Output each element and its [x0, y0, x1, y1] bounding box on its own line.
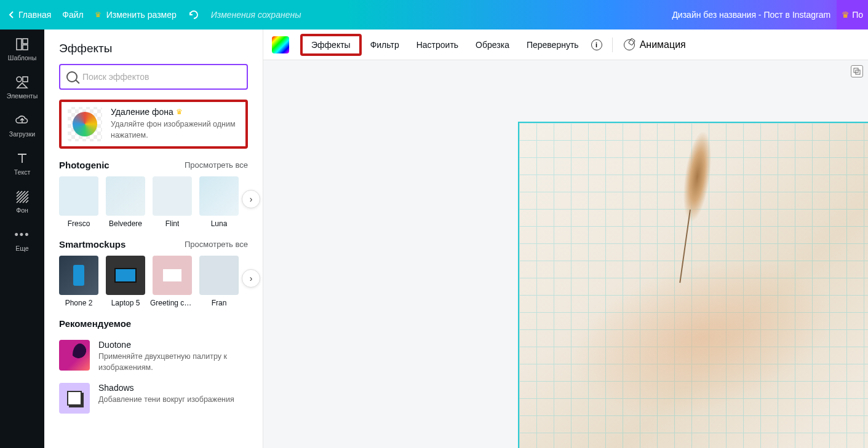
undo-icon: [188, 10, 200, 20]
effect-label: Fresco: [68, 219, 90, 228]
tb-adjust[interactable]: Настроить: [408, 35, 467, 55]
crown-icon: ♛: [842, 10, 850, 20]
smartmockups-title: Smartmockups: [59, 239, 125, 250]
tb-filter[interactable]: Фильтр: [362, 35, 408, 55]
mockup-frame[interactable]: Fran: [199, 256, 239, 307]
bg-remover-thumb: [68, 107, 102, 141]
file-label: Файл: [62, 10, 83, 20]
rail-templates-label: Шаблоны: [8, 54, 36, 61]
search-icon: [66, 71, 78, 82]
svg-point-3: [17, 77, 22, 82]
animation-label: Анимация: [640, 39, 686, 50]
recommended-title: Рекомендуемое: [59, 318, 131, 329]
effect-luna[interactable]: Luna: [199, 176, 239, 228]
tb-flip[interactable]: Перевернуть: [518, 35, 587, 55]
rail-elements[interactable]: Элементы: [0, 68, 44, 106]
duotone-name: Duotone: [98, 340, 248, 350]
side-rail: Шаблоны Элементы Загрузки Текст Фон ••• …: [0, 29, 44, 448]
pro-button[interactable]: ♛ По: [837, 0, 868, 29]
shadows-thumb: [59, 383, 90, 414]
smartmockups-view-all[interactable]: Просмотреть все: [185, 240, 248, 249]
svg-rect-0: [17, 39, 22, 50]
rail-text-label: Текст: [14, 168, 30, 176]
rail-text[interactable]: Текст: [0, 144, 44, 182]
color-picker-button[interactable]: [272, 36, 289, 53]
rail-background[interactable]: Фон: [0, 182, 44, 220]
tb-effects[interactable]: Эффекты: [300, 34, 362, 56]
bg-remover-desc: Удаляйте фон изображений одним нажатием.: [111, 119, 239, 141]
rail-uploads-label: Загрузки: [9, 130, 35, 138]
rail-more[interactable]: ••• Еще: [0, 220, 44, 258]
shadows-desc: Добавление тени вокруг изображения: [98, 395, 234, 406]
crown-icon: ♛: [95, 10, 102, 19]
elements-icon: [15, 75, 30, 90]
effect-flint[interactable]: Flint: [153, 176, 192, 228]
info-icon[interactable]: i: [591, 39, 602, 50]
canvas-area[interactable]: [263, 60, 868, 448]
dots-icon: •••: [15, 227, 30, 242]
tb-animation[interactable]: Анимация: [619, 34, 691, 55]
undo-button[interactable]: [188, 10, 200, 20]
duotone-thumb: [59, 340, 90, 371]
recommended-duotone[interactable]: Duotone Применяйте двухцветную палитру к…: [59, 335, 248, 378]
mockup-laptop5[interactable]: Laptop 5: [106, 256, 145, 307]
effect-label: Luna: [211, 219, 228, 228]
search-input-wrapper[interactable]: [59, 64, 248, 90]
chevron-right-icon: ›: [250, 194, 253, 204]
background-icon: [15, 189, 30, 204]
carousel-next-button[interactable]: ›: [242, 269, 260, 288]
rail-more-label: Еще: [15, 245, 28, 252]
design-canvas[interactable]: [518, 122, 868, 448]
toolbar-divider: [612, 37, 613, 52]
rail-templates[interactable]: Шаблоны: [0, 29, 44, 68]
photogenic-carousel: Fresco Belvedere Flint Luna ›: [59, 176, 248, 228]
cloud-upload-icon: [15, 113, 30, 128]
effect-label: Flint: [165, 219, 180, 228]
smartmockups-carousel: Phone 2 Laptop 5 Greeting car... Fran ›: [59, 256, 248, 307]
carousel-next-button[interactable]: ›: [242, 190, 260, 208]
photogenic-view-all[interactable]: Просмотреть все: [185, 160, 248, 170]
save-status: Изменения сохранены: [211, 10, 301, 20]
topbar-left: Главная Файл ♛ Изменить размер Изменения…: [0, 10, 301, 20]
chevron-right-icon: ›: [250, 273, 253, 283]
editor-toolbar: Эффекты Фильтр Настроить Обрезка Перевер…: [263, 29, 868, 60]
svg-rect-4: [23, 77, 28, 82]
svg-rect-2: [23, 45, 28, 50]
bg-remover-card[interactable]: Удаление фона ♛ Удаляйте фон изображений…: [59, 100, 248, 149]
chevron-left-icon: [9, 10, 15, 19]
rail-uploads[interactable]: Загрузки: [0, 106, 44, 144]
mockup-label: Phone 2: [65, 299, 93, 307]
panel-title: Эффекты: [44, 29, 263, 64]
templates-icon: [15, 37, 30, 52]
resize-label: Изменить размер: [106, 10, 177, 20]
rail-background-label: Фон: [16, 206, 28, 214]
file-menu[interactable]: Файл: [62, 10, 83, 20]
resize-menu[interactable]: ♛ Изменить размер: [95, 10, 177, 20]
svg-rect-1: [23, 39, 28, 44]
top-bar: Главная Файл ♛ Изменить размер Изменения…: [0, 0, 868, 29]
bg-remover-title: Удаление фона ♛: [111, 107, 239, 117]
photogenic-title: Photogenic: [59, 160, 109, 170]
search-input[interactable]: [82, 72, 241, 82]
mockup-phone2[interactable]: Phone 2: [59, 256, 98, 307]
mockup-label: Laptop 5: [111, 299, 140, 307]
effect-fresco[interactable]: Fresco: [59, 176, 98, 228]
mockup-greeting[interactable]: Greeting car...: [153, 256, 192, 307]
recommended-shadows[interactable]: Shadows Добавление тени вокруг изображен…: [59, 378, 248, 419]
pro-label: По: [852, 10, 863, 20]
home-label: Главная: [18, 10, 51, 20]
home-button[interactable]: Главная: [9, 10, 51, 20]
effect-label: Belvedere: [109, 219, 142, 228]
shadows-name: Shadows: [98, 383, 234, 393]
rail-elements-label: Элементы: [7, 92, 38, 100]
effects-panel: Эффекты Удаление фона ♛ Удаляйте фон изо…: [44, 29, 263, 448]
crown-icon: ♛: [176, 108, 183, 116]
mockup-label: Greeting car...: [150, 299, 194, 307]
document-title[interactable]: Дизайн без названия - Пост в Instagram: [672, 10, 837, 20]
effect-belvedere[interactable]: Belvedere: [106, 176, 145, 228]
tb-crop[interactable]: Обрезка: [467, 35, 518, 55]
mockup-label: Fran: [212, 299, 227, 307]
color-ball-icon: [73, 112, 97, 136]
duotone-desc: Применяйте двухцветную палитру к изображ…: [98, 352, 248, 373]
copy-style-button[interactable]: [851, 65, 863, 77]
